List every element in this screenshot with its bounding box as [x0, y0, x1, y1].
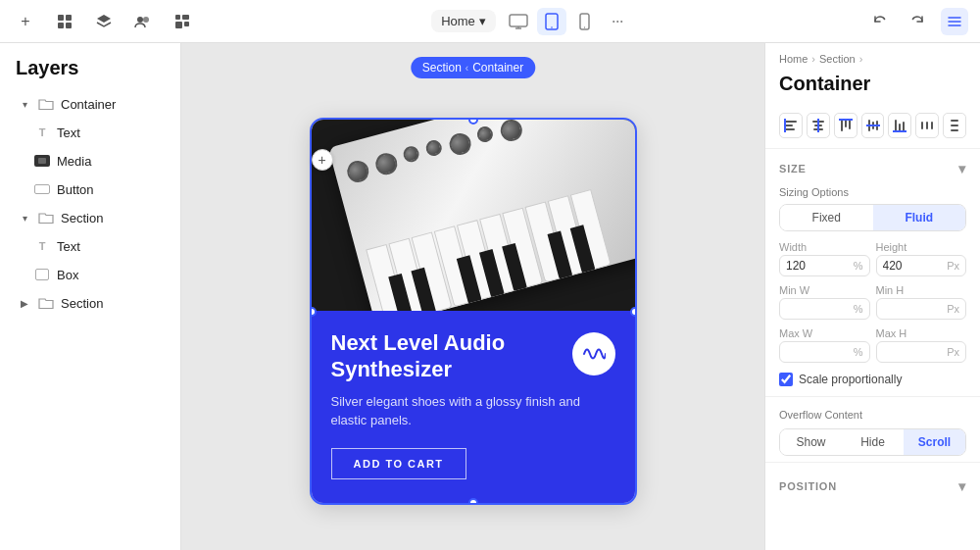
size-collapse-button[interactable]: ▾ [958, 161, 966, 176]
min-h-input[interactable]: Px [876, 298, 967, 320]
layer-label: Section [61, 211, 103, 225]
knob [423, 138, 443, 158]
panel-breadcrumb: Home › Section › [765, 43, 980, 69]
device-desktop-icon[interactable] [504, 8, 533, 35]
max-h-input[interactable]: Px [876, 341, 967, 363]
text-icon: T [33, 237, 51, 255]
min-w-input[interactable]: % [779, 298, 870, 320]
right-panel: Home › Section › Container [764, 43, 980, 550]
min-wh-row: Min W % Min H Px [765, 280, 980, 324]
settings-button[interactable] [941, 8, 968, 35]
min-h-value[interactable] [883, 302, 946, 316]
device-mobile-icon[interactable] [570, 8, 600, 35]
add-to-cart-button[interactable]: ADD TO CART [331, 448, 466, 479]
scale-proportionally-checkbox[interactable] [779, 373, 793, 386]
align-left-button[interactable] [779, 113, 803, 138]
device-tablet-icon[interactable] [537, 8, 566, 35]
svg-rect-3 [66, 23, 72, 28]
redo-button[interactable] [904, 8, 931, 35]
device-icons: ··· [504, 8, 631, 35]
layer-item-media[interactable]: Media [6, 147, 174, 175]
distribute-h-button[interactable] [915, 113, 939, 138]
overflow-show-option[interactable]: Show [780, 429, 842, 455]
selection-handle-mr[interactable] [630, 307, 635, 317]
min-w-value[interactable] [786, 302, 852, 316]
max-h-value[interactable] [883, 345, 946, 359]
svg-point-12 [551, 26, 553, 28]
sidebar: Layers ▾ Container T Text Media [0, 43, 181, 550]
height-input[interactable]: Px [876, 255, 967, 276]
position-collapse-button[interactable]: ▾ [958, 478, 966, 494]
align-center-h-button[interactable] [807, 113, 830, 138]
undo-button[interactable] [866, 8, 894, 35]
page-selector[interactable]: Home ▾ [431, 10, 496, 32]
layer-item-section1[interactable]: ▾ Section [6, 204, 174, 231]
layer-item-section2[interactable]: ▶ Section [6, 289, 174, 317]
overflow-scroll-option[interactable]: Scroll [904, 429, 965, 455]
divider [765, 462, 980, 463]
layer-label: Button [57, 182, 94, 197]
layer-label: Section [61, 296, 103, 311]
svg-rect-36 [926, 122, 928, 129]
width-value[interactable] [786, 259, 852, 273]
width-input[interactable]: % [779, 255, 870, 276]
align-bottom-button[interactable] [888, 113, 911, 138]
svg-rect-22 [817, 119, 819, 132]
sizing-fixed-option[interactable]: Fixed [780, 205, 873, 230]
text-icon: T [33, 124, 51, 141]
max-h-group: Max H Px [876, 327, 967, 363]
pages-button[interactable] [51, 8, 78, 35]
canvas: Section ‹ Container + [181, 43, 764, 550]
selection-breadcrumb[interactable]: Section ‹ Container [411, 57, 535, 78]
topbar-center: Home ▾ ··· [431, 8, 631, 35]
svg-rect-18 [784, 119, 786, 132]
layer-item-text2[interactable]: T Text [6, 232, 174, 260]
sizing-options-label: Sizing Options [765, 184, 980, 198]
width-unit: % [854, 260, 863, 272]
topbar: + Home ▾ ··· [0, 0, 980, 43]
collab-button[interactable] [129, 8, 157, 35]
svg-rect-6 [175, 15, 180, 20]
topbar-right [866, 8, 968, 35]
height-group: Height Px [876, 241, 967, 276]
distribute-v-button[interactable] [943, 113, 966, 138]
layer-item-button[interactable]: Button [6, 175, 174, 203]
svg-rect-2 [58, 23, 64, 28]
overflow-label: Overflow Content [779, 409, 966, 421]
more-button[interactable]: ··· [604, 8, 631, 35]
svg-rect-26 [839, 119, 853, 121]
breadcrumb-home[interactable]: Home [779, 53, 808, 65]
layer-item-container[interactable]: ▾ Container [6, 90, 174, 118]
min-h-group: Min H Px [876, 284, 967, 320]
align-center-v-button[interactable] [861, 113, 885, 138]
card-description: Silver elegant shoes with a glossy finis… [331, 392, 615, 430]
knob [344, 158, 370, 184]
align-top-button[interactable] [834, 113, 858, 138]
max-w-input[interactable]: % [779, 341, 870, 363]
card-bottom: Next Level Audio Synthesizer Silver eleg… [312, 311, 635, 503]
selection-handle-bc[interactable] [468, 498, 478, 503]
layer-item-text1[interactable]: T Text [6, 119, 174, 146]
layer-label: Text [57, 239, 80, 254]
grid-button[interactable] [169, 8, 196, 35]
breadcrumb-section[interactable]: Section [819, 53, 856, 65]
sizing-fluid-option[interactable]: Fluid [873, 205, 966, 230]
piano-illustration [328, 120, 635, 311]
add-element-button[interactable]: + [312, 149, 333, 171]
svg-point-14 [584, 26, 585, 27]
overflow-hide-option[interactable]: Hide [842, 429, 904, 455]
chevron-down-icon: ▾ [18, 211, 31, 225]
height-unit: Px [947, 260, 959, 272]
sidebar-title: Layers [0, 43, 180, 89]
page-name: Home [441, 14, 475, 28]
layers-button[interactable] [90, 8, 118, 35]
main: Layers ▾ Container T Text Media [0, 43, 980, 550]
max-w-value[interactable] [786, 345, 852, 359]
card-image [312, 120, 635, 311]
add-button[interactable]: + [12, 8, 39, 35]
height-value[interactable] [883, 259, 946, 273]
svg-rect-23 [841, 120, 843, 131]
layer-item-box[interactable]: Box [6, 261, 174, 288]
min-w-unit: % [854, 303, 863, 315]
height-label: Height [876, 241, 967, 253]
